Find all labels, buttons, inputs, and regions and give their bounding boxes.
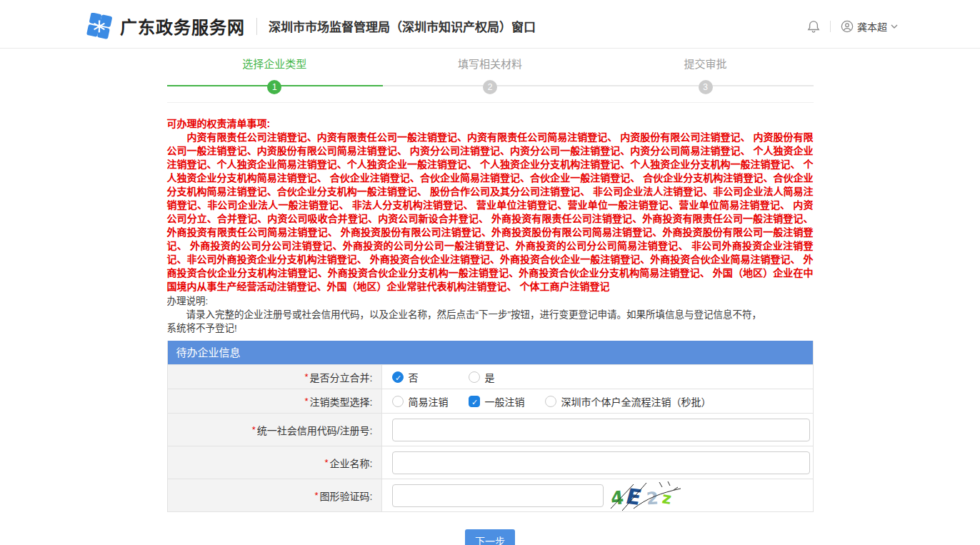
split-merge-label: * 是否分立合并:: [168, 365, 382, 389]
radio-label: 否: [409, 370, 419, 384]
required-mark: *: [325, 457, 329, 468]
notification-bell-icon[interactable]: [807, 19, 820, 34]
form-row-split-merge: * 是否分立合并: 否 是: [168, 364, 813, 389]
captcha-noise-lines: [609, 480, 684, 511]
gov-service-logo-icon: [86, 13, 113, 40]
company-name-label-text: 企业名称:: [330, 456, 373, 470]
header-small-divider: [830, 21, 831, 32]
radio-circle-icon: [392, 371, 404, 383]
notice-block: 可办理的权责清单事项: 内资有限责任公司注销登记、内资有限责任公司一般注销登记、…: [167, 117, 814, 335]
required-mark: *: [305, 396, 309, 406]
cancel-type-label-text: 注销类型选择:: [310, 394, 373, 409]
company-name-label: * 企业名称:: [168, 446, 382, 479]
form-row-captcha: * 图形验证码: 4 E 2 z: [168, 479, 813, 511]
required-mark: *: [252, 424, 256, 435]
credit-code-label-text: 统一社会信用代码/注册号:: [257, 423, 373, 437]
radio-shenzhen-fullflow-cancel[interactable]: 深圳市个体户全流程注销（秒批）: [545, 394, 711, 409]
credit-code-label: * 统一社会信用代码/注册号:: [168, 414, 382, 446]
step-item-fill-materials: 填写相关材料 2: [411, 56, 569, 94]
pending-company-form: 待办企业信息 * 是否分立合并: 否 是 * 注销类型选: [167, 341, 814, 512]
radio-label: 一般注销: [485, 394, 525, 409]
form-row-cancel-type: * 注销类型选择: 简易注销 一般注销 深圳市个体户全流程注销（秒批）: [168, 389, 813, 413]
user-avatar-icon: [841, 20, 854, 33]
form-row-company-name: * 企业名称:: [168, 446, 813, 479]
company-name-input[interactable]: [392, 451, 810, 474]
radio-label: 是: [485, 370, 495, 384]
split-merge-label-text: 是否分立合并:: [310, 370, 373, 384]
window-title: 深圳市市场监督管理局（深圳市知识产权局）窗口: [269, 17, 536, 35]
captcha-image[interactable]: 4 E 2 z: [609, 480, 684, 511]
step-label: 填写相关材料: [411, 56, 569, 71]
step-indicator: 选择企业类型 1 填写相关材料 2 提交审批 3: [167, 49, 814, 103]
user-name: 龚本超: [857, 19, 887, 34]
form-row-credit-code: * 统一社会信用代码/注册号:: [168, 413, 813, 446]
header-divider: [256, 18, 257, 35]
captcha-label: * 图形验证码:: [168, 479, 382, 511]
radio-split-merge-yes[interactable]: 是: [469, 370, 495, 384]
required-mark: *: [305, 371, 309, 382]
step-circle: 2: [483, 80, 497, 94]
instruction-line-1: 请录入完整的企业注册号或社会信用代码，以及企业名称，然后点击“下一步”按钮，进行…: [167, 308, 814, 321]
radio-label: 简易注销: [409, 394, 449, 409]
radio-simple-cancel[interactable]: 简易注销: [392, 394, 449, 409]
instruction-line-2: 系统将不予登记!: [167, 321, 814, 335]
radio-general-cancel[interactable]: 一般注销: [469, 394, 525, 409]
captcha-input[interactable]: [392, 484, 604, 507]
radio-label: 深圳市个体户全流程注销（秒批）: [561, 394, 711, 409]
step-label: 选择企业类型: [196, 56, 353, 71]
radio-circle-icon: [392, 396, 404, 407]
cancel-type-label: * 注销类型选择:: [168, 389, 382, 413]
chevron-down-icon: [891, 24, 898, 29]
step-item-submit-approval: 提交审批 3: [627, 56, 784, 94]
step-label: 提交审批: [627, 56, 784, 71]
required-mark: *: [315, 490, 319, 501]
radio-split-merge-no[interactable]: 否: [392, 370, 419, 384]
radio-circle-icon: [545, 396, 556, 407]
step-circle: 1: [267, 80, 281, 94]
brand-title: 广东政务服务网: [120, 14, 245, 39]
radio-circle-icon: [469, 371, 480, 383]
captcha-label-text: 图形验证码:: [320, 489, 373, 503]
radio-square-icon: [469, 396, 480, 407]
rights-list-body: 内资有限责任公司注销登记、内资有限责任公司一般注销登记、内资有限责任公司简易注销…: [167, 131, 814, 294]
step-item-choose-type: 选择企业类型 1: [196, 56, 353, 94]
form-section-title: 待办企业信息: [168, 341, 813, 364]
user-menu[interactable]: 龚本超: [841, 19, 901, 34]
top-header: 广东政务服务网 深圳市市场监督管理局（深圳市知识产权局）窗口 龚本超: [0, 0, 980, 49]
next-step-button[interactable]: 下一步: [465, 529, 515, 545]
instruction-title: 办理说明:: [167, 294, 814, 308]
credit-code-input[interactable]: [392, 419, 810, 441]
step-circle: 3: [699, 80, 713, 94]
rights-list-title: 可办理的权责清单事项:: [167, 117, 814, 131]
